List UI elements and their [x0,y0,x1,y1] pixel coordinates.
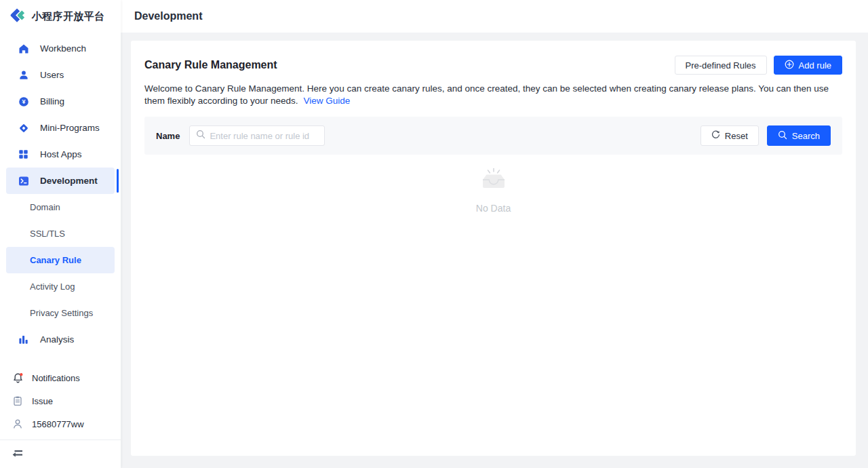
sidebar-nav: Workbench Users ¥ Billing Mini-Programs [0,33,121,353]
collapse-menu-icon [12,448,24,461]
header-actions: Pre-defined Rules Add rule [675,56,842,75]
sidebar-item-label: Analysis [40,334,74,345]
clipboard-icon [12,395,24,407]
predefined-rules-button[interactable]: Pre-defined Rules [675,56,767,75]
user-icon [12,418,24,430]
card-header: Canary Rule Management Pre-defined Rules… [144,56,842,75]
bell-icon [12,372,24,384]
sidebar-item-label: Notifications [32,373,80,383]
sidebar-subitem-label: Canary Rule [30,255,81,265]
sidebar-item-account[interactable]: 15680777ww [0,412,121,435]
predefined-rules-label: Pre-defined Rules [686,60,756,71]
sidebar-subitem-label: SSL/TLS [30,229,65,239]
name-filter-label: Name [156,131,180,141]
refresh-icon [711,130,720,141]
filter-bar: Name Reset [144,117,842,155]
canary-rule-card: Canary Rule Management Pre-defined Rules… [131,41,856,456]
sidebar-item-label: Issue [32,396,53,406]
plus-circle-icon [785,60,794,71]
add-rule-button[interactable]: Add rule [774,56,842,75]
terminal-icon [18,175,29,187]
app-window: 小程序开放平台 Workbench Users ¥ Billing [0,0,868,468]
sidebar-item-issue[interactable]: Issue [0,389,121,412]
sidebar-item-users[interactable]: Users [0,62,121,88]
search-button[interactable]: Search [767,125,831,146]
sidebar-item-host-apps[interactable]: Host Apps [0,141,121,168]
top-bar: Development [121,0,868,33]
platform-logo-icon [9,6,27,27]
search-icon [196,130,205,142]
sidebar-item-billing[interactable]: ¥ Billing [0,88,121,115]
sidebar-item-label: 15680777ww [32,419,84,429]
diamond-icon [18,122,29,134]
brand-logo-row: 小程序开放平台 [0,0,121,33]
sidebar-item-label: Workbench [40,43,86,54]
sidebar-item-workbench[interactable]: Workbench [0,35,121,62]
sidebar-item-label: Development [40,176,98,186]
description-text: Welcome to Canary Rule Management. Here … [144,83,829,106]
sidebar-item-label: Users [40,70,64,80]
sidebar-subitem-privacy-settings[interactable]: Privacy Settings [0,300,121,326]
search-icon [778,130,787,142]
empty-inbox-icon [476,167,511,198]
sidebar-item-development[interactable]: Development [6,168,115,194]
home-icon [18,43,29,54]
rule-search-input[interactable] [210,131,318,141]
sidebar-item-label: Billing [40,96,64,106]
reset-label: Reset [725,131,748,141]
billing-icon: ¥ [18,96,29,107]
rule-search-field[interactable] [189,125,325,146]
bar-chart-icon [18,334,29,345]
card-title: Canary Rule Management [144,59,277,71]
sidebar-subitem-canary-rule[interactable]: Canary Rule [6,247,115,273]
empty-state-text: No Data [476,203,511,214]
search-label: Search [792,131,820,141]
sidebar-subitem-label: Privacy Settings [30,308,93,318]
page-description: Welcome to Canary Rule Management. Here … [144,83,831,106]
sidebar-subitem-label: Domain [30,202,60,212]
brand-name: 小程序开放平台 [32,10,104,23]
svg-text:¥: ¥ [22,98,25,105]
content-area: Canary Rule Management Pre-defined Rules… [121,33,868,468]
page-title: Development [134,10,202,22]
collapse-sidebar-button[interactable] [0,440,121,468]
sidebar-item-label: Host Apps [40,149,82,159]
sidebar-item-mini-programs[interactable]: Mini-Programs [0,115,121,141]
sidebar-subitem-ssl-tls[interactable]: SSL/TLS [0,220,121,247]
sidebar: 小程序开放平台 Workbench Users ¥ Billing [0,0,121,468]
sidebar-footer: Notifications Issue 15680777ww [0,366,121,468]
sidebar-subitem-activity-log[interactable]: Activity Log [0,273,121,300]
sidebar-item-label: Mini-Programs [40,123,100,133]
sidebar-item-notifications[interactable]: Notifications [0,366,121,389]
main-area: Development Canary Rule Management Pre-d… [121,0,868,468]
view-guide-link[interactable]: View Guide [303,96,350,106]
sidebar-subitem-domain[interactable]: Domain [0,194,121,220]
grid-icon [18,149,29,160]
filter-actions: Reset Search [701,125,831,146]
empty-state: No Data [144,167,842,214]
sidebar-subitem-label: Activity Log [30,281,75,292]
sidebar-item-analysis[interactable]: Analysis [0,326,121,353]
users-icon [18,69,29,81]
reset-button[interactable]: Reset [701,125,759,146]
add-rule-label: Add rule [799,60,831,71]
